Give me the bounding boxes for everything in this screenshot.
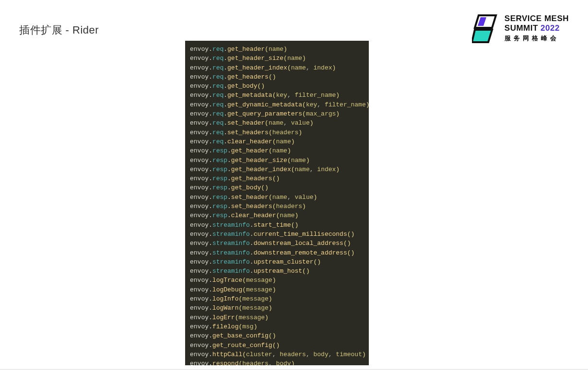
code-line: envoy.logWarn(message) — [190, 303, 364, 313]
logo-line2a: SUMMIT — [505, 23, 541, 33]
code-line: envoy.req.get_header(name) — [190, 45, 364, 54]
logo-year: 2022 — [541, 23, 560, 33]
slide: 插件扩展 - Rider SERVICE MESH SUMMIT 2022 服务… — [0, 0, 588, 371]
code-line: envoy.filelog(msg) — [190, 322, 364, 331]
footer-divider — [0, 369, 588, 370]
code-line: envoy.httpCall(cluster, headers, body, t… — [190, 350, 364, 359]
code-line: envoy.req.get_body() — [190, 81, 364, 91]
code-line: envoy.streaminfo.upstream_host() — [190, 267, 364, 276]
code-line: envoy.resp.set_headers(headers) — [190, 202, 364, 211]
code-line: envoy.req.get_headers() — [190, 72, 364, 81]
code-line: envoy.resp.get_header_size(name) — [190, 156, 364, 165]
code-line: envoy.get_route_config() — [190, 341, 364, 350]
code-line: envoy.req.get_header_size(name) — [190, 54, 364, 63]
code-line: envoy.logDebug(message) — [190, 285, 364, 294]
code-line: envoy.req.clear_header(name) — [190, 137, 364, 146]
code-line: envoy.streaminfo.upstream_cluster() — [190, 257, 364, 267]
code-line: envoy.resp.clear_header(name) — [190, 211, 364, 220]
code-line: envoy.streaminfo.downstream_remote_addre… — [190, 248, 364, 257]
event-logo: SERVICE MESH SUMMIT 2022 服务网格峰会 — [472, 13, 569, 43]
code-block: envoy.req.get_header(name)envoy.req.get_… — [185, 41, 369, 365]
code-line: envoy.req.get_header_index(name, index) — [190, 63, 364, 72]
code-line: envoy.req.set_header(name, value) — [190, 118, 364, 128]
svg-marker-1 — [478, 17, 486, 26]
page-title: 插件扩展 - Rider — [19, 23, 99, 37]
code-line: envoy.resp.get_header(name) — [190, 146, 364, 155]
code-line: envoy.streaminfo.start_time() — [190, 220, 364, 230]
code-line: envoy.streaminfo.downstream_local_addres… — [190, 239, 364, 248]
code-line: envoy.req.get_query_parameters(max_args) — [190, 109, 364, 118]
code-line: envoy.resp.get_body() — [190, 183, 364, 192]
code-line: envoy.req.get_dynamic_metadata(key, filt… — [190, 100, 364, 109]
code-line: envoy.resp.set_header(name, value) — [190, 193, 364, 202]
code-line: envoy.logErr(message) — [190, 313, 364, 322]
code-line: envoy.logTrace(message) — [190, 276, 364, 285]
code-line: envoy.streaminfo.current_time_millisecon… — [190, 230, 364, 239]
code-line: envoy.resp.get_header_index(name, index) — [190, 165, 364, 174]
code-line: envoy.req.set_headers(headers) — [190, 128, 364, 137]
code-line: envoy.resp.get_headers() — [190, 174, 364, 183]
code-line: envoy.get_base_config() — [190, 331, 364, 340]
logo-subtitle: 服务网格峰会 — [505, 34, 569, 43]
logo-line1: SERVICE MESH — [505, 14, 569, 23]
svg-marker-0 — [475, 15, 496, 28]
logo-text: SERVICE MESH SUMMIT 2022 服务网格峰会 — [505, 14, 569, 42]
code-line: envoy.req.get_metadata(key, filter_name) — [190, 91, 364, 100]
code-line: envoy.logInfo(message) — [190, 294, 364, 303]
logo-mark-icon — [472, 13, 499, 43]
code-line: envoy.respond(headers, body) — [190, 359, 364, 365]
